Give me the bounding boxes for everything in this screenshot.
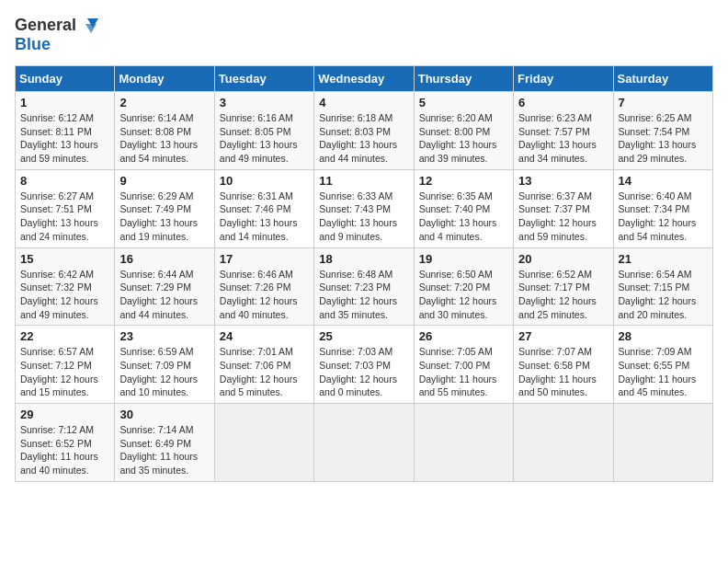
day-info: Sunrise: 6:18 AMSunset: 8:03 PMDaylight:… — [319, 112, 397, 164]
calendar-cell: 9 Sunrise: 6:29 AMSunset: 7:49 PMDayligh… — [115, 169, 214, 247]
day-number: 4 — [319, 96, 408, 109]
day-number: 23 — [119, 329, 209, 343]
weekday-header-monday: Monday — [115, 66, 214, 92]
day-number: 9 — [119, 174, 209, 188]
calendar-cell: 29 Sunrise: 7:12 AMSunset: 6:52 PMDaylig… — [16, 404, 115, 482]
weekday-header-sunday: Sunday — [16, 66, 115, 92]
calendar-cell: 17 Sunrise: 6:46 AMSunset: 7:26 PMDaylig… — [214, 247, 313, 326]
calendar-cell: 11 Sunrise: 6:33 AMSunset: 7:43 PMDaylig… — [314, 169, 414, 247]
day-info: Sunrise: 6:57 AMSunset: 7:12 PMDaylight:… — [20, 346, 98, 397]
calendar-cell: 20 Sunrise: 6:52 AMSunset: 7:17 PMDaylig… — [514, 247, 613, 326]
calendar-cell: 4 Sunrise: 6:18 AMSunset: 8:03 PMDayligh… — [314, 92, 414, 170]
calendar-cell: 19 Sunrise: 6:50 AMSunset: 7:20 PMDaylig… — [414, 247, 513, 326]
day-number: 2 — [119, 96, 209, 109]
day-info: Sunrise: 6:29 AMSunset: 7:49 PMDaylight:… — [119, 190, 198, 242]
day-info: Sunrise: 6:35 AMSunset: 7:40 PMDaylight:… — [419, 190, 497, 242]
day-number: 28 — [619, 329, 708, 343]
calendar-cell: 22 Sunrise: 6:57 AMSunset: 7:12 PMDaylig… — [16, 326, 115, 404]
calendar-cell: 24 Sunrise: 7:01 AMSunset: 7:06 PMDaylig… — [214, 326, 313, 404]
weekday-header-friday: Friday — [514, 66, 613, 92]
calendar-cell: 1 Sunrise: 6:12 AMSunset: 8:11 PMDayligh… — [16, 92, 115, 170]
day-info: Sunrise: 6:40 AMSunset: 7:34 PMDaylight:… — [619, 190, 697, 242]
calendar-cell: 12 Sunrise: 6:35 AMSunset: 7:40 PMDaylig… — [414, 169, 513, 247]
day-number: 27 — [518, 329, 608, 343]
svg-marker-1 — [85, 24, 97, 33]
day-number: 3 — [220, 96, 309, 109]
logo-bird-icon — [78, 15, 98, 35]
logo-general: General — [15, 16, 76, 35]
day-info: Sunrise: 7:05 AMSunset: 7:00 PMDaylight:… — [419, 346, 497, 397]
day-number: 15 — [20, 252, 109, 266]
day-info: Sunrise: 6:31 AMSunset: 7:46 PMDaylight:… — [220, 190, 298, 242]
weekday-header-tuesday: Tuesday — [214, 66, 313, 92]
weekday-header-thursday: Thursday — [414, 66, 513, 92]
day-number: 26 — [419, 329, 508, 343]
day-info: Sunrise: 6:33 AMSunset: 7:43 PMDaylight:… — [319, 190, 397, 242]
day-number: 17 — [220, 252, 309, 266]
day-number: 25 — [319, 329, 408, 343]
weekday-header-saturday: Saturday — [613, 66, 712, 92]
day-number: 20 — [518, 252, 608, 266]
day-number: 8 — [20, 174, 109, 188]
day-number: 1 — [20, 96, 109, 109]
day-info: Sunrise: 6:50 AMSunset: 7:20 PMDaylight:… — [419, 269, 497, 320]
calendar-cell — [314, 404, 414, 482]
day-info: Sunrise: 6:48 AMSunset: 7:23 PMDaylight:… — [319, 269, 397, 320]
day-number: 24 — [220, 329, 309, 343]
calendar-cell: 23 Sunrise: 6:59 AMSunset: 7:09 PMDaylig… — [115, 326, 214, 404]
calendar-cell: 6 Sunrise: 6:23 AMSunset: 7:57 PMDayligh… — [514, 92, 613, 170]
calendar-cell: 25 Sunrise: 7:03 AMSunset: 7:03 PMDaylig… — [314, 326, 414, 404]
day-info: Sunrise: 7:14 AMSunset: 6:49 PMDaylight:… — [119, 424, 198, 476]
day-number: 22 — [20, 329, 109, 343]
calendar-cell: 16 Sunrise: 6:44 AMSunset: 7:29 PMDaylig… — [115, 247, 214, 326]
calendar-cell: 28 Sunrise: 7:09 AMSunset: 6:55 PMDaylig… — [613, 326, 712, 404]
day-info: Sunrise: 6:12 AMSunset: 8:11 PMDaylight:… — [20, 112, 98, 164]
day-info: Sunrise: 6:14 AMSunset: 8:08 PMDaylight:… — [119, 112, 198, 164]
day-info: Sunrise: 6:27 AMSunset: 7:51 PMDaylight:… — [20, 190, 98, 242]
day-number: 19 — [419, 252, 508, 266]
day-number: 18 — [319, 252, 408, 266]
day-info: Sunrise: 7:03 AMSunset: 7:03 PMDaylight:… — [319, 346, 397, 397]
day-info: Sunrise: 6:20 AMSunset: 8:00 PMDaylight:… — [419, 112, 497, 164]
day-number: 7 — [619, 96, 708, 109]
day-info: Sunrise: 6:52 AMSunset: 7:17 PMDaylight:… — [518, 269, 597, 320]
day-info: Sunrise: 7:07 AMSunset: 6:58 PMDaylight:… — [518, 346, 597, 397]
day-info: Sunrise: 6:59 AMSunset: 7:09 PMDaylight:… — [119, 346, 198, 397]
day-number: 21 — [619, 252, 708, 266]
day-number: 5 — [419, 96, 508, 109]
calendar-cell: 2 Sunrise: 6:14 AMSunset: 8:08 PMDayligh… — [115, 92, 214, 170]
day-number: 12 — [419, 174, 508, 188]
day-info: Sunrise: 6:44 AMSunset: 7:29 PMDaylight:… — [119, 269, 198, 320]
day-info: Sunrise: 7:12 AMSunset: 6:52 PMDaylight:… — [20, 424, 98, 476]
day-info: Sunrise: 6:23 AMSunset: 7:57 PMDaylight:… — [518, 112, 597, 164]
calendar-cell: 26 Sunrise: 7:05 AMSunset: 7:00 PMDaylig… — [414, 326, 513, 404]
day-number: 14 — [619, 174, 708, 188]
day-info: Sunrise: 6:42 AMSunset: 7:32 PMDaylight:… — [20, 269, 98, 320]
day-number: 10 — [220, 174, 309, 188]
calendar-cell: 5 Sunrise: 6:20 AMSunset: 8:00 PMDayligh… — [414, 92, 513, 170]
calendar-cell: 21 Sunrise: 6:54 AMSunset: 7:15 PMDaylig… — [613, 247, 712, 326]
day-info: Sunrise: 6:46 AMSunset: 7:26 PMDaylight:… — [220, 269, 298, 320]
calendar-cell: 30 Sunrise: 7:14 AMSunset: 6:49 PMDaylig… — [115, 404, 214, 482]
calendar-table: SundayMondayTuesdayWednesdayThursdayFrid… — [15, 65, 713, 482]
calendar-cell: 8 Sunrise: 6:27 AMSunset: 7:51 PMDayligh… — [16, 169, 115, 247]
day-info: Sunrise: 7:01 AMSunset: 7:06 PMDaylight:… — [220, 346, 298, 397]
day-info: Sunrise: 6:25 AMSunset: 7:54 PMDaylight:… — [619, 112, 697, 164]
day-number: 16 — [119, 252, 209, 266]
day-number: 13 — [518, 174, 608, 188]
calendar-cell — [514, 404, 613, 482]
calendar-cell: 27 Sunrise: 7:07 AMSunset: 6:58 PMDaylig… — [514, 326, 613, 404]
logo: General Blue — [15, 15, 98, 54]
day-number: 6 — [518, 96, 608, 109]
day-number: 29 — [20, 408, 109, 421]
calendar-cell: 18 Sunrise: 6:48 AMSunset: 7:23 PMDaylig… — [314, 247, 414, 326]
calendar-cell: 15 Sunrise: 6:42 AMSunset: 7:32 PMDaylig… — [16, 247, 115, 326]
calendar-cell — [214, 404, 313, 482]
calendar-cell — [414, 404, 513, 482]
calendar-cell: 13 Sunrise: 6:37 AMSunset: 7:37 PMDaylig… — [514, 169, 613, 247]
day-info: Sunrise: 7:09 AMSunset: 6:55 PMDaylight:… — [619, 346, 697, 397]
weekday-header-wednesday: Wednesday — [314, 66, 414, 92]
calendar-cell: 10 Sunrise: 6:31 AMSunset: 7:46 PMDaylig… — [214, 169, 313, 247]
day-info: Sunrise: 6:16 AMSunset: 8:05 PMDaylight:… — [220, 112, 298, 164]
logo-blue: Blue — [15, 35, 51, 54]
